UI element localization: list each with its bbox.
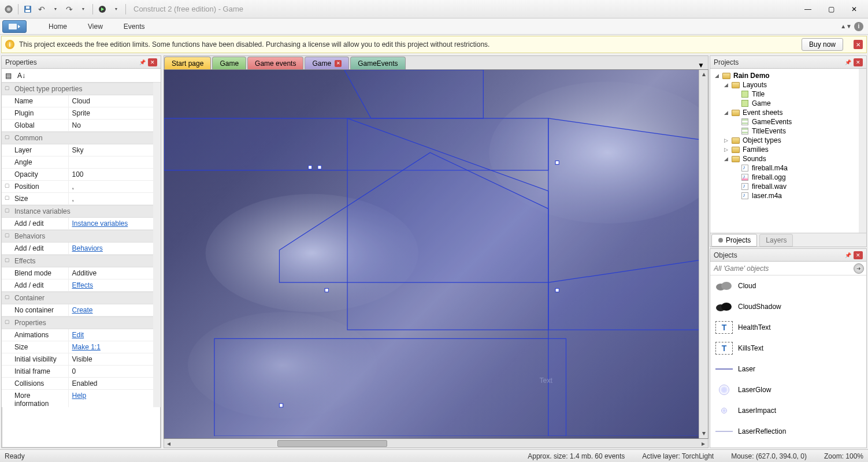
projects-panel-title: Projects — [714, 58, 739, 66]
object-item-cloudshadow[interactable]: CloudShadow — [710, 296, 866, 317]
tabs-overflow-icon[interactable]: ▼ — [694, 61, 708, 69]
animations-edit-link[interactable]: Edit — [69, 329, 161, 341]
titlebar: ↶ ▼ ↷ ▼ ▼ Construct 2 (free edition) - G… — [0, 0, 868, 18]
save-icon[interactable] — [21, 3, 34, 16]
panel-pin-icon[interactable]: 📌 — [843, 58, 852, 66]
categorize-icon[interactable]: ▤ — [5, 72, 12, 80]
ribbon-collapse-icon[interactable]: ▲▼ — [840, 23, 852, 29]
help-link[interactable]: Help — [69, 390, 161, 407]
text-icon: T — [715, 321, 733, 334]
panel-close-icon[interactable]: ✕ — [854, 251, 863, 259]
tab-game-events[interactable]: Game events — [247, 57, 303, 69]
objects-filter-input[interactable] — [713, 263, 854, 274]
object-item-laserglow[interactable]: LaserGlow — [710, 379, 866, 400]
cloudshadow-icon — [715, 300, 733, 314]
svg-rect-18 — [309, 166, 312, 169]
notice-text: This project exceeds the free edition li… — [19, 40, 489, 49]
tree-folder-sounds[interactable]: ◢Sounds — [711, 154, 865, 163]
properties-panel: Properties 📌 ✕ ▤ A↓ Object type properti… — [1, 55, 161, 448]
run-icon[interactable] — [96, 3, 109, 16]
help-icon[interactable]: i — [854, 22, 863, 31]
ribbon-bar: Home View Events ▲▼ i — [0, 18, 868, 35]
prop-group-common[interactable]: Common — [2, 132, 161, 144]
prop-group-properties[interactable]: Properties — [2, 316, 161, 329]
ribbon-tab-events[interactable]: Events — [113, 20, 155, 33]
objects-list[interactable]: Cloud CloudShadow THealthText TKillsText… — [710, 275, 866, 448]
layers-tab[interactable]: Layers — [759, 234, 793, 247]
maximize-button[interactable]: ▢ — [819, 1, 843, 17]
object-item-killstext[interactable]: TKillsText — [710, 338, 866, 359]
properties-scrollbar[interactable] — [153, 83, 161, 407]
horizontal-scrollbar[interactable]: ◂ ▸ — [164, 439, 709, 448]
prop-group-container[interactable]: Container — [2, 292, 161, 304]
minimize-button[interactable]: — — [796, 1, 819, 17]
tab-game[interactable]: Game — [212, 57, 246, 69]
create-container-link[interactable]: Create — [69, 304, 161, 316]
ribbon-tab-view[interactable]: View — [77, 20, 113, 33]
projects-tab[interactable]: Projects — [711, 234, 757, 247]
objects-filter-go-icon[interactable]: ➜ — [854, 263, 864, 274]
tree-folder-layouts[interactable]: ◢Layouts — [711, 80, 865, 90]
ribbon-tab-home[interactable]: Home — [38, 20, 77, 33]
tree-sound-file[interactable]: fireball.ogg — [711, 173, 865, 182]
buy-now-button[interactable]: Buy now — [802, 38, 843, 51]
object-item-laserreflection[interactable]: LaserReflection — [710, 421, 866, 442]
prop-row: Size, — [2, 193, 161, 205]
panel-close-icon[interactable]: ✕ — [148, 58, 157, 66]
text-icon: T — [715, 341, 733, 355]
prop-group-effects[interactable]: Effects — [2, 255, 161, 267]
redo-icon[interactable]: ↷ — [63, 3, 76, 16]
redo-dropdown-icon[interactable]: ▼ — [77, 3, 90, 16]
panel-close-icon[interactable]: ✕ — [854, 58, 863, 66]
tree-sound-file[interactable]: laser.m4a — [711, 191, 865, 200]
prop-row: More informationHelp — [2, 390, 161, 407]
tab-game-active[interactable]: Game✕ — [305, 57, 349, 69]
object-item-laserimpact[interactable]: LaserImpact — [710, 400, 866, 421]
prop-row: LayerSky — [2, 144, 161, 157]
tree-folder-eventsheets[interactable]: ◢Event sheets — [711, 108, 865, 117]
project-tree[interactable]: ◢Rain Demo ◢Layouts Title Game ◢Event sh… — [710, 69, 866, 233]
tab-close-icon[interactable]: ✕ — [335, 60, 342, 67]
tab-gameevents-2[interactable]: GameEvents — [350, 57, 405, 69]
tree-sheet-gameevents[interactable]: GameEvents — [711, 117, 865, 126]
prop-group-object-type[interactable]: Object type properties — [2, 83, 161, 95]
window-close-button[interactable]: ✕ — [843, 1, 866, 17]
license-notice-bar: i This project exceeds the free edition … — [1, 36, 867, 53]
app-icon[interactable] — [2, 3, 15, 16]
panel-pin-icon[interactable]: 📌 — [138, 58, 147, 66]
object-item-cloud[interactable]: Cloud — [710, 275, 866, 296]
tree-folder-families[interactable]: ▷Families — [711, 145, 865, 154]
status-mouse-pos: Mouse: (627.0, 394.0, 0) — [731, 452, 807, 460]
instance-variables-link[interactable]: Instance variables — [69, 218, 161, 229]
prop-group-instance-vars[interactable]: Instance variables — [2, 205, 161, 218]
tree-sound-file[interactable]: fireball.wav — [711, 182, 865, 191]
sort-icon[interactable]: A↓ — [17, 72, 25, 80]
make-1-1-link[interactable]: Make 1:1 — [69, 341, 161, 353]
tree-layout-title[interactable]: Title — [711, 90, 865, 99]
object-item-healthtext[interactable]: THealthText — [710, 317, 866, 338]
qat-more-icon[interactable]: ▼ — [110, 3, 123, 16]
tree-layout-game[interactable]: Game — [711, 99, 865, 108]
tree-sheet-titleevents[interactable]: TitleEvents — [711, 126, 865, 136]
behaviors-link[interactable]: Behaviors — [69, 243, 161, 254]
status-ready: Ready — [5, 452, 25, 460]
prop-group-behaviors[interactable]: Behaviors — [2, 230, 161, 243]
tree-scrollbar[interactable] — [859, 69, 866, 233]
svg-marker-16 — [548, 259, 708, 436]
notice-close-button[interactable]: ✕ — [854, 40, 863, 49]
undo-icon[interactable]: ↶ — [35, 3, 48, 16]
tree-folder-objecttypes[interactable]: ▷Object types — [711, 136, 865, 145]
tree-project-root[interactable]: ◢Rain Demo — [711, 71, 865, 80]
object-item-laser[interactable]: Laser — [710, 359, 866, 379]
tab-start-page[interactable]: Start page — [164, 57, 211, 69]
undo-dropdown-icon[interactable]: ▼ — [49, 3, 62, 16]
effects-link[interactable]: Effects — [69, 280, 161, 291]
file-menu-button[interactable] — [2, 20, 27, 33]
vertical-scrollbar[interactable]: ▴▾ — [699, 70, 708, 438]
tree-sound-file[interactable]: fireball.m4a — [711, 163, 865, 173]
panel-pin-icon[interactable]: 📌 — [843, 251, 852, 259]
scrollbar-thumb[interactable] — [277, 440, 387, 447]
properties-grid[interactable]: Object type properties NameCloud PluginS… — [2, 83, 161, 407]
layout-viewport[interactable]: Text ▴▾ — [164, 69, 709, 439]
laser-icon — [715, 362, 733, 376]
